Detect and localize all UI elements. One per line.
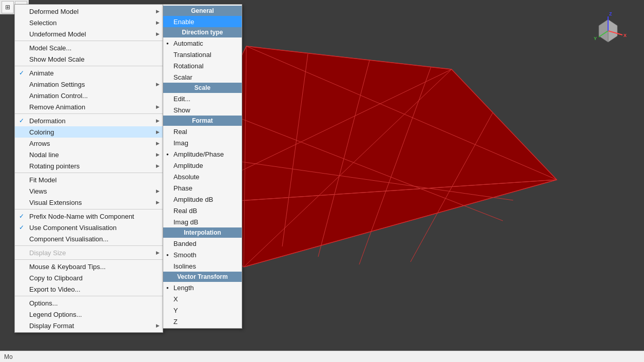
svg-text:X: X [623,33,627,38]
menu-separator [15,113,163,114]
menu-l2-item-z[interactable]: Z [163,316,242,327]
menu-item-label-animation-control: Animation Control... [29,92,88,100]
menu-item-display-format[interactable]: Display Format [15,320,163,331]
menu-item-prefix-node[interactable]: Prefix Node-Name with Component [15,211,163,222]
menu-l2-item-show[interactable]: Show [163,104,242,116]
menu-l2-label-scalar: Scalar [173,73,192,81]
menu-separator [15,66,163,66]
menu-item-animation-control[interactable]: Animation Control... [15,90,163,101]
menu-l2-item-enable[interactable]: Enable [163,16,242,27]
menu-l2-label-edit: Edit... [173,95,190,103]
menu-item-label-show-model-scale: Show Model Scale [29,55,85,63]
menu-item-undeformed-model[interactable]: Undeformed Model [15,28,163,40]
menu-l2-item-real-db[interactable]: Real dB [163,205,242,216]
menu-item-legend-options[interactable]: Legend Options... [15,309,163,320]
menu-l2-label-amplitude-db: Amplitude dB [173,196,213,203]
menu-item-selection[interactable]: Selection [15,17,163,28]
menu-item-label-copy-clipboard: Copy to Clipboard [29,274,83,282]
menu-item-views[interactable]: Views [15,185,163,197]
menu-separator [15,173,163,173]
toolbar-btn-1[interactable]: ⊞ [2,1,14,13]
menu-l2-item-imag[interactable]: Imag [163,137,242,148]
menu-item-label-nodal-line: Nodal line [29,151,59,159]
menu-l2-label-real: Real [173,128,187,136]
menu-l2-item-edit[interactable]: Edit... [163,93,242,104]
menu-item-mouse-keyboard[interactable]: Mouse & Keyboard Tips... [15,261,163,272]
menu-l2-label-amplitude-phase: Amplitude/Phase [173,150,224,158]
menu-item-label-deformed-model: Deformed Model [29,8,79,15]
menu-item-label-animate: Animate [29,69,54,77]
menu-item-rotating-pointers[interactable]: Rotating pointers [15,160,163,172]
menu-item-display-size: Display Size [15,247,163,258]
menu-section-header-vector-transform: Vector Transform [163,272,242,282]
statusbar-text: Mo [4,353,13,360]
menu-item-deformed-model[interactable]: Deformed Model [15,6,163,17]
statusbar: Mo [0,351,644,362]
menu-l2-item-automatic[interactable]: Automatic [163,37,242,49]
menu-separator [15,296,163,296]
menu-item-label-undeformed-model: Undeformed Model [29,30,86,38]
menu-item-label-prefix-node: Prefix Node-Name with Component [29,213,134,220]
menu-l2-item-amplitude-phase[interactable]: Amplitude/Phase [163,148,242,160]
menu-item-label-selection: Selection [29,19,56,27]
menu-item-label-animation-settings: Animation Settings [29,81,85,88]
menu-l2-item-y[interactable]: Y [163,304,242,316]
menu-l2-item-real[interactable]: Real [163,126,242,137]
menu-item-visual-extensions[interactable]: Visual Extensions [15,197,163,208]
menu-l2-label-banded: Banded [173,240,197,247]
menu-l2-item-isolines[interactable]: Isolines [163,260,242,272]
menu-item-label-component-vis: Component Visualisation... [29,235,108,243]
menu-section-header-direction-type: Direction type [163,27,242,37]
menu-l2-item-length[interactable]: Length [163,282,242,293]
menu-l2-label-enable: Enable [173,18,194,26]
menu-section-header-format: Format [163,116,242,126]
menu-l2-item-imag-db[interactable]: Imag dB [163,216,242,227]
menu-separator [15,245,163,246]
menu-l2-item-smooth[interactable]: Smooth [163,249,242,260]
menu-item-label-model-scale: Model Scale... [29,44,71,52]
menu-l2-item-rotational[interactable]: Rotational [163,60,242,71]
menu-item-label-rotating-pointers: Rotating pointers [29,162,80,170]
menu-section-header-scale: Scale [163,83,242,93]
menu-l2-item-absolute[interactable]: Absolute [163,171,242,182]
svg-text:Y: Y [594,36,597,41]
svg-text:Z: Z [609,11,612,16]
menu-item-component-vis[interactable]: Component Visualisation... [15,233,163,244]
menu-separator [15,209,163,209]
menu-item-show-model-scale[interactable]: Show Model Scale [15,53,163,65]
menu-item-label-deformation: Deformation [29,117,66,125]
menu-item-coloring[interactable]: Coloring [15,126,163,138]
menu-item-export-video[interactable]: Export to Video... [15,283,163,295]
menu-item-label-use-component: Use Component Visualisation [29,224,116,232]
menu-l2-label-real-db: Real dB [173,207,197,215]
menu-l2-item-phase[interactable]: Phase [163,182,242,194]
menu-item-arrows[interactable]: Arrows [15,138,163,149]
menu-item-animation-settings[interactable]: Animation Settings [15,79,163,90]
menu-item-label-fit-model: Fit Model [29,176,56,184]
menu-l2-label-translational: Translational [173,51,211,59]
menu-l2-label-imag-db: Imag dB [173,218,198,226]
menu-l2-label-y: Y [173,307,178,314]
menu-item-deformation[interactable]: Deformation [15,115,163,126]
menu-item-options[interactable]: Options... [15,297,163,309]
svg-marker-20 [599,20,608,42]
menu-l2-label-amplitude: Amplitude [173,162,203,169]
menu-item-label-remove-animation: Remove Animation [29,103,85,111]
menu-item-use-component[interactable]: Use Component Visualisation [15,222,163,233]
menu-item-nodal-line[interactable]: Nodal line [15,149,163,160]
menu-l2-item-amplitude[interactable]: Amplitude [163,160,242,171]
menu-l2-item-amplitude-db[interactable]: Amplitude dB [163,194,242,205]
context-menu-l2: GeneralEnableDirection typeAutomaticTran… [163,4,242,329]
menu-l2-item-translational[interactable]: Translational [163,49,242,60]
menu-section-header-interpolation: Interpolation [163,227,242,238]
menu-l2-item-x[interactable]: X [163,293,242,304]
menu-item-copy-clipboard[interactable]: Copy to Clipboard [15,272,163,283]
menu-item-animate[interactable]: Animate [15,67,163,79]
menu-item-fit-model[interactable]: Fit Model [15,174,163,185]
menu-l2-label-smooth: Smooth [173,251,197,259]
menu-l2-label-absolute: Absolute [173,173,200,181]
menu-l2-item-scalar[interactable]: Scalar [163,71,242,83]
menu-item-model-scale[interactable]: Model Scale... [15,42,163,53]
menu-l2-item-banded[interactable]: Banded [163,238,242,249]
menu-item-remove-animation[interactable]: Remove Animation [15,101,163,112]
